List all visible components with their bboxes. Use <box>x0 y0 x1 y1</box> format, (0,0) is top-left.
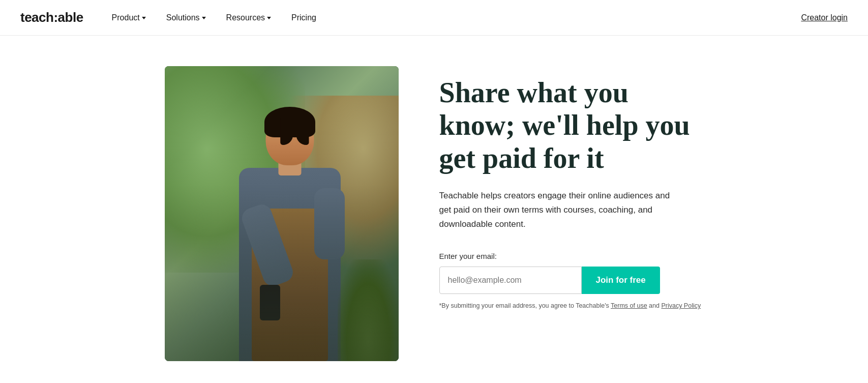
join-free-button[interactable]: Join for free <box>582 267 660 294</box>
nav-links: Product Solutions Resources Pricing <box>104 9 801 26</box>
nav-resources[interactable]: Resources <box>218 9 279 26</box>
chevron-down-icon <box>142 17 146 19</box>
nav-resources-label: Resources <box>226 13 265 22</box>
hero-title: Share what you know; we'll help you get … <box>439 76 704 174</box>
chevron-down-icon <box>267 17 271 19</box>
hero-section: Share what you know; we'll help you get … <box>0 36 868 383</box>
nav-product-label: Product <box>112 13 140 22</box>
nav-solutions[interactable]: Solutions <box>158 9 214 26</box>
nav-pricing-label: Pricing <box>291 13 316 22</box>
hero-description: Teachable helps creators engage their on… <box>439 189 683 231</box>
chevron-down-icon <box>202 17 206 19</box>
nav-solutions-label: Solutions <box>166 13 200 22</box>
navigation: teach:able Product Solutions Resources P… <box>0 0 868 36</box>
email-input[interactable] <box>439 267 582 294</box>
nav-right: Creator login <box>801 13 848 22</box>
nav-pricing[interactable]: Pricing <box>283 9 324 26</box>
hero-content: Share what you know; we'll help you get … <box>439 66 704 311</box>
logo[interactable]: teach:able <box>20 10 83 25</box>
privacy-policy-link[interactable]: Privacy Policy <box>661 302 701 309</box>
terms-text: *By submitting your email address, you a… <box>439 301 704 311</box>
hero-image <box>165 66 399 361</box>
creator-login-button[interactable]: Creator login <box>801 13 848 22</box>
nav-product[interactable]: Product <box>104 9 154 26</box>
email-label: Enter your email: <box>439 252 704 260</box>
terms-of-use-link[interactable]: Terms of use <box>611 302 647 309</box>
hero-image-container <box>165 66 399 361</box>
email-form: Join for free <box>439 267 704 294</box>
